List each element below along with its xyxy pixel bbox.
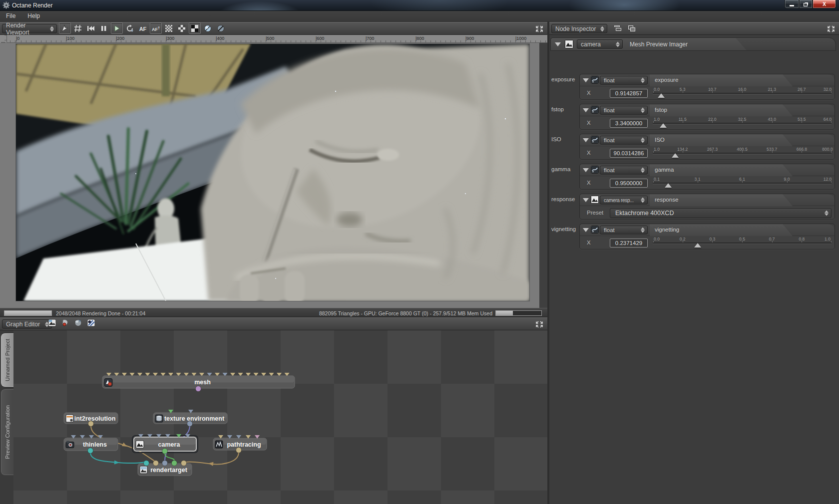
render-status-text: 2048/2048 Rendering Done - 00:21:04: [56, 310, 145, 316]
spinner-icon[interactable]: [50, 26, 54, 31]
param-type-dropdown-vignetting[interactable]: float: [600, 226, 648, 235]
checker-coarse-button[interactable]: [176, 22, 188, 34]
refresh-button[interactable]: [124, 22, 136, 34]
rendertarget-input-pin-icon[interactable]: [172, 461, 177, 466]
expand-graph-icon[interactable]: [535, 321, 543, 328]
param-value-fstop[interactable]: 3.3400000: [610, 119, 648, 128]
rendertarget-input-pin-icon[interactable]: [162, 461, 168, 466]
restore-button[interactable]: [799, 0, 813, 8]
autofocus-button[interactable]: AF: [137, 22, 149, 34]
menu-bar: FileHelp: [0, 11, 839, 22]
collapse-triangle-icon[interactable]: [583, 168, 589, 172]
graph-node-mesh[interactable]: mesh: [102, 376, 295, 392]
slider-thumb[interactable]: [672, 153, 679, 158]
param-gutter-label-gamma: gamma: [551, 166, 579, 172]
mesh-output-pin-icon[interactable]: [196, 386, 201, 392]
camera-output-pin-icon[interactable]: [162, 449, 168, 454]
graph-editor-dropdown[interactable]: Graph Editor: [2, 319, 52, 329]
minimize-button[interactable]: [785, 0, 799, 8]
param-slider-gamma[interactable]: 0.13.16.19.012.0: [653, 176, 832, 190]
param-value-iso[interactable]: 90.0314286: [610, 149, 648, 158]
orb-button[interactable]: [72, 318, 83, 329]
new-image-button[interactable]: [46, 318, 57, 329]
param-gutter-label-vignetting: vignetting: [551, 226, 579, 232]
side-tab-label: Preview Configuration: [4, 405, 10, 459]
param-value-vignetting[interactable]: 0.2371429: [610, 239, 648, 248]
collapse-triangle-icon[interactable]: [583, 228, 589, 232]
collapse-triangle-icon[interactable]: [583, 78, 589, 82]
pathtracing-output-pin-icon[interactable]: [236, 448, 242, 453]
rendertarget-input-pin-icon[interactable]: [181, 461, 187, 466]
param-name-exposure: exposure: [655, 77, 678, 83]
node-graph-canvas[interactable]: meshint2resolutiontexture environmentthi…: [13, 330, 547, 504]
rendertarget-input-pin-icon[interactable]: [144, 461, 149, 466]
region-tool-button[interactable]: [72, 22, 84, 34]
slider-thumb[interactable]: [665, 183, 672, 188]
param-type-dropdown-gamma[interactable]: float: [600, 166, 648, 175]
checker-fine-button[interactable]: [163, 22, 175, 34]
compare-button[interactable]: [189, 22, 201, 34]
ruler-h-label-900: |900: [465, 36, 474, 41]
param-type-dropdown-exposure[interactable]: float: [600, 76, 648, 85]
menu-item-help[interactable]: Help: [21, 11, 46, 21]
collapse-triangle-icon[interactable]: [583, 108, 589, 112]
param-value-exposure[interactable]: 0.9142857: [610, 89, 648, 98]
pick-tool-button[interactable]: [59, 22, 71, 34]
lens-on-button[interactable]: [202, 22, 214, 34]
collapse-triangle-icon[interactable]: [583, 138, 589, 142]
restart-button[interactable]: [85, 22, 97, 34]
param-group-iso: floatISOX90.03142861.0134.2267.3400.5533…: [579, 134, 835, 160]
param-slider-fstop[interactable]: 1.011.522.032.543.053.564.0: [653, 116, 832, 130]
node-type-dropdown[interactable]: camera: [577, 39, 623, 49]
spinner-icon[interactable]: [616, 41, 620, 47]
thinlens-output-pin-icon[interactable]: [88, 448, 93, 454]
node-inspector-dropdown[interactable]: Node Inspector: [551, 24, 607, 33]
materials-button[interactable]: [85, 318, 96, 329]
texenv-output-pin-icon[interactable]: [187, 421, 193, 427]
graph-node-texenv[interactable]: texture environment: [153, 410, 227, 427]
autofocus-pick-button[interactable]: AF†: [150, 22, 162, 34]
spinner-icon[interactable]: [641, 228, 645, 233]
side-tab-unnamed-project[interactable]: Unnamed Project: [1, 333, 13, 387]
viewport-mode-dropdown[interactable]: Render Viewport: [2, 24, 57, 33]
collapse-all-icon[interactable]: [614, 25, 622, 31]
spinner-icon[interactable]: [641, 138, 645, 143]
close-button[interactable]: X: [813, 0, 836, 8]
collapse-triangle-icon[interactable]: [583, 198, 589, 202]
render-image[interactable]: [16, 44, 529, 301]
lens-off-button[interactable]: [215, 22, 227, 34]
spinner-icon[interactable]: [641, 198, 645, 203]
int2resolution-output-pin-icon[interactable]: [88, 421, 94, 427]
slider-tick-label: 32.0: [824, 87, 832, 92]
side-tab-preview-configuration[interactable]: Preview Configuration: [1, 389, 13, 475]
spinner-icon[interactable]: [641, 168, 645, 173]
play-button[interactable]: [111, 22, 123, 34]
param-slider-iso[interactable]: 1.0134.2267.3400.5533.7666.8800.0: [653, 146, 832, 160]
param-slider-vignetting[interactable]: 0.00.20.30.50.70.81.0: [653, 236, 832, 250]
param-value-gamma[interactable]: 0.9500000: [610, 179, 648, 188]
spinner-icon[interactable]: [600, 26, 605, 31]
pause-button[interactable]: [98, 22, 110, 34]
spinner-icon[interactable]: [641, 108, 645, 113]
param-type-dropdown-response[interactable]: camera resp...: [600, 196, 648, 205]
refresh-icon: [126, 24, 134, 32]
expand-all-icon[interactable]: [628, 25, 636, 31]
rendertarget-input-pin-icon[interactable]: [153, 461, 159, 466]
expand-viewport-icon[interactable]: [535, 25, 543, 32]
preset-select[interactable]: Ektachrome 400XCD: [610, 208, 832, 218]
expand-inspector-icon[interactable]: [827, 25, 835, 32]
param-type-dropdown-fstop[interactable]: float: [600, 106, 648, 115]
save-render-icon: [61, 319, 69, 329]
spinner-icon[interactable]: [641, 78, 645, 83]
slider-tick-label: 64.0: [824, 117, 832, 122]
collapse-triangle-icon[interactable]: [555, 42, 561, 46]
param-type-dropdown-iso[interactable]: float: [600, 136, 648, 145]
slider-thumb[interactable]: [660, 123, 667, 128]
slider-thumb[interactable]: [694, 243, 701, 248]
spinner-icon[interactable]: [825, 211, 829, 216]
param-slider-exposure[interactable]: 0.05.310.716.021.326.732.0: [653, 86, 832, 100]
node-label: thinlens: [83, 441, 107, 448]
save-render-button[interactable]: [59, 318, 70, 329]
slider-thumb[interactable]: [658, 93, 665, 98]
menu-item-file[interactable]: File: [0, 11, 21, 21]
